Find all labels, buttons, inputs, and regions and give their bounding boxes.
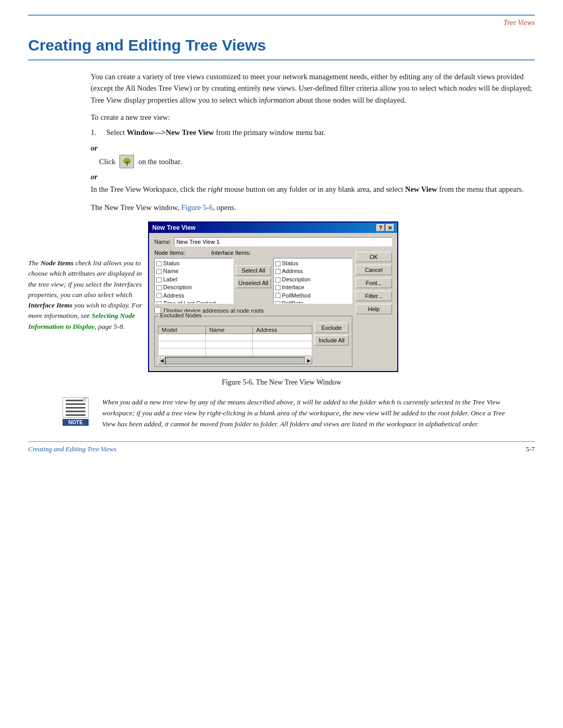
dialog-title: New Tree View [152,224,195,231]
toolbar-click-text: Click [99,157,115,166]
note-line-2 [66,403,85,405]
excluded-table: Model Name Address [158,326,312,356]
chapter-title: Tree Views [504,19,535,27]
main-content: Creating and Editing Tree Views You can … [0,36,563,430]
col-name: Name [206,326,253,334]
ii-interface: Interface [275,283,351,291]
ii-status: Status [275,260,351,267]
dialog-body: Name: Node Items: Interface Items: [149,233,397,371]
ii-address: Address [275,267,351,275]
dialog-main-section: Node Items: Interface Items: Status Name [154,250,392,367]
note-icon-area: NOTE [56,397,95,426]
node-items-listbox[interactable]: Status Name Label Description Address Ti… [154,258,234,304]
note-label: NOTE [63,419,89,426]
new-tree-view-toolbar-icon[interactable] [119,155,134,168]
name-row: Name: [154,237,392,246]
excluded-row-3 [158,349,312,356]
note-text: When you add a new tree view by any of t… [102,397,507,430]
excluded-table-container: Model Name Address [158,322,312,364]
ok-btn[interactable]: OK [356,252,392,262]
scroll-left-btn[interactable]: ◀ [158,357,165,364]
scroll-right-btn[interactable]: ▶ [305,357,312,364]
excluded-nodes-group: Excluded Nodes Model Name [154,316,352,367]
interface-items-listbox[interactable]: Status Address Description Interface Pol… [273,258,352,304]
selecting-node-link[interactable]: Selecting Node Information to Display [28,312,135,330]
cancel-btn[interactable]: Cancel [356,265,392,275]
dialog-close-btn[interactable]: ✕ [386,224,394,231]
excluded-nodes-label: Excluded Nodes [159,312,203,318]
excluded-row-1 [158,334,312,341]
new-tree-view-dialog: New Tree View ? ✕ Name: [148,221,398,372]
excluded-cell [158,341,206,349]
dialog-question-btn[interactable]: ? [376,224,385,231]
font-btn[interactable]: Font... [356,278,392,288]
paragraph-2: In the Tree View Workspace, click the ri… [91,183,535,195]
steps-intro: To create a new tree view: [91,113,535,122]
excluded-cell [206,334,253,341]
excluded-cell [158,349,206,356]
name-label: Name: [154,239,171,245]
ii-pollrate: PollRate [275,300,351,304]
ni-address: Address [156,292,232,300]
note-line-5 [66,414,85,416]
footer-right: 5-7 [526,445,535,453]
or-label-1: or [91,144,535,153]
step-1: 1. Select Window—>New Tree View from the… [91,127,535,139]
lists-row: Status Name Label Description Address Ti… [154,258,352,304]
ni-status: Status [156,260,232,267]
exclude-btn[interactable]: Exclude [314,323,349,333]
interface-items-label: Interface Items: [211,250,251,256]
excluded-cell [253,341,312,349]
select-buttons: Select All Unselect All [236,258,271,304]
excluded-cell [206,341,253,349]
ni-time-last-contact: Time of Last Contact [156,300,232,304]
include-all-btn[interactable]: Include All [314,335,349,346]
help-btn[interactable]: Help [356,304,392,314]
annotation-text: The Node Items check list allows you to … [28,258,148,332]
horizontal-scrollbar: ◀ ▶ [158,357,312,364]
ni-description: Description [156,283,232,291]
node-items-container: Status Name Label Description Address Ti… [154,258,234,304]
unselect-all-btn[interactable]: Unselect All [236,278,271,288]
figure-area: The Node Items check list allows you to … [28,221,535,372]
name-input[interactable] [174,237,392,246]
ii-pollmethod: PollMethod [275,292,351,300]
note-line-1 [66,400,85,401]
ni-name: Name [156,267,232,275]
exclude-buttons: Exclude Include All [314,322,349,364]
toolbar-line: Click on the toolbar. [99,155,535,168]
scroll-track[interactable] [165,357,305,364]
excluded-nodes-inner: Model Name Address [158,322,349,364]
or-label-2: or [91,172,535,181]
step-1-text: Select Window—>New Tree View from the pr… [106,127,535,139]
dialog-titlebar: New Tree View ? ✕ [149,223,397,233]
ni-label: Label [156,276,232,283]
paragraph-3: The New Tree View window, Figure 5-6, op… [91,202,535,213]
toolbar-suffix-text: on the toolbar. [138,157,181,166]
node-items-label: Node Items: [154,250,185,256]
header-area: Tree Views [0,16,563,27]
page-title: Creating and Editing Tree Views [28,36,535,60]
dialog-wrapper: New Tree View ? ✕ Name: [148,221,535,372]
select-all-btn[interactable]: Select All [236,265,271,276]
col-address: Address [253,326,312,334]
figure-5-6-link[interactable]: Figure 5-6 [181,203,213,212]
excluded-row-2 [158,341,312,349]
footer: Creating and Editing Tree Views 5-7 [0,442,563,456]
note-icon-img [63,397,89,418]
interface-items-container: Status Address Description Interface Pol… [273,258,352,304]
items-section: Node Items: Interface Items: Status Name [154,250,352,367]
col-headers: Node Items: Interface Items: [154,250,352,257]
figure-annotation: The Node Items check list allows you to … [28,221,148,372]
filter-btn[interactable]: Filter... [356,291,392,301]
step-1-num: 1. [91,127,106,139]
intro-paragraph: You can create a variety of tree views c… [91,71,535,106]
ii-description: Description [275,276,351,283]
dialog-title-buttons: ? ✕ [376,224,394,231]
excluded-cell [253,334,312,341]
col-model: Model [158,326,206,334]
note-line-4 [66,411,85,412]
excluded-cell [206,349,253,356]
note-line-3 [66,407,85,409]
footer-left: Creating and Editing Tree Views [28,445,116,453]
